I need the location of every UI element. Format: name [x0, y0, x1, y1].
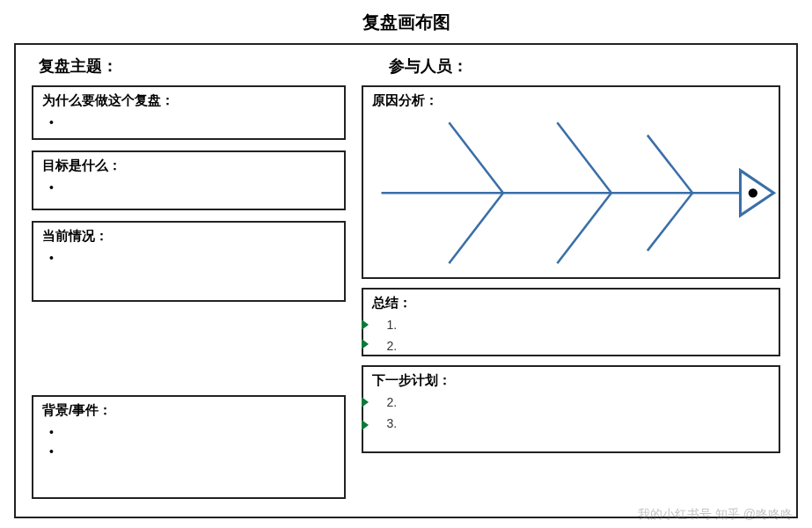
right-column: 原因分析： 总结： 1. 2. — [362, 85, 780, 499]
svg-line-5 — [558, 193, 612, 263]
svg-line-3 — [647, 136, 692, 194]
box-why: 为什么要做这个复盘： • — [32, 85, 346, 140]
box-current-title: 当前情况： — [42, 228, 335, 245]
participants-label: 参与人员： — [354, 55, 780, 77]
marker-icon — [362, 397, 369, 407]
svg-point-8 — [749, 188, 757, 197]
box-goal-title: 目标是什么： — [42, 158, 335, 174]
header-row: 复盘主题： 参与人员： — [32, 55, 780, 77]
box-next-title: 下一步计划： — [372, 372, 770, 389]
watermark: 我的小红书号 知乎 @咚咚咚 — [638, 507, 793, 523]
svg-line-6 — [647, 193, 692, 251]
next-item-2: 3. — [372, 414, 770, 435]
svg-line-4 — [450, 193, 504, 263]
box-background-item-1: • — [42, 422, 335, 442]
page-title: 复盘画布图 — [0, 0, 812, 38]
canvas-frame: 复盘主题： 参与人员： 为什么要做这个复盘： • 目标是什么： • 当前情况： … — [14, 43, 798, 518]
svg-line-1 — [450, 122, 504, 193]
box-goal: 目标是什么： • — [32, 150, 346, 210]
topic-label: 复盘主题： — [32, 55, 354, 77]
box-next-plan: 下一步计划： 2. 3. — [362, 365, 780, 453]
box-background: 背景/事件： • • — [32, 395, 346, 499]
left-column: 为什么要做这个复盘： • 目标是什么： • 当前情况： • 背景/事件： • • — [32, 85, 346, 499]
svg-line-2 — [558, 122, 612, 193]
box-goal-item: • — [42, 178, 335, 197]
box-cause-analysis: 原因分析： — [362, 85, 780, 279]
box-why-title: 为什么要做这个复盘： — [42, 92, 335, 109]
next-item-1: 2. — [372, 392, 770, 414]
box-background-title: 背景/事件： — [42, 402, 335, 419]
box-current-item: • — [42, 248, 335, 268]
summary-item-2: 2. — [372, 336, 770, 357]
marker-icon — [362, 420, 369, 430]
columns: 为什么要做这个复盘： • 目标是什么： • 当前情况： • 背景/事件： • •… — [32, 85, 780, 499]
box-why-item: • — [42, 113, 335, 132]
summary-item-1: 1. — [372, 315, 770, 336]
marker-icon — [362, 339, 369, 349]
box-background-item-2: • — [42, 442, 335, 461]
box-cause-title: 原因分析： — [372, 92, 770, 109]
fishbone-diagram-icon — [363, 112, 779, 265]
box-summary-title: 总结： — [372, 295, 770, 312]
box-summary: 总结： 1. 2. — [362, 288, 780, 356]
marker-icon — [362, 319, 369, 330]
box-current: 当前情况： • — [32, 221, 346, 302]
